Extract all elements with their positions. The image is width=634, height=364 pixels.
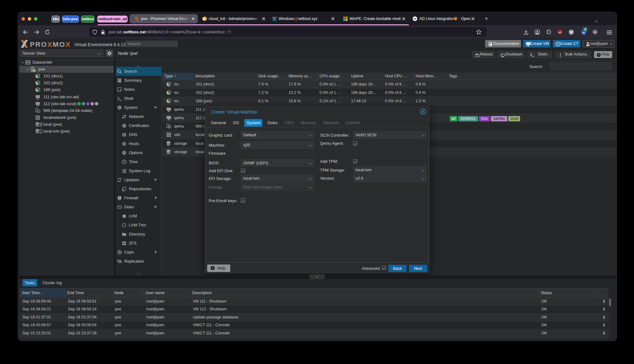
svg-text:?: ? (598, 53, 600, 56)
svg-text:uO: uO (558, 31, 562, 33)
svg-text:OI: OI (414, 17, 416, 20)
svg-text:?: ? (212, 266, 213, 270)
